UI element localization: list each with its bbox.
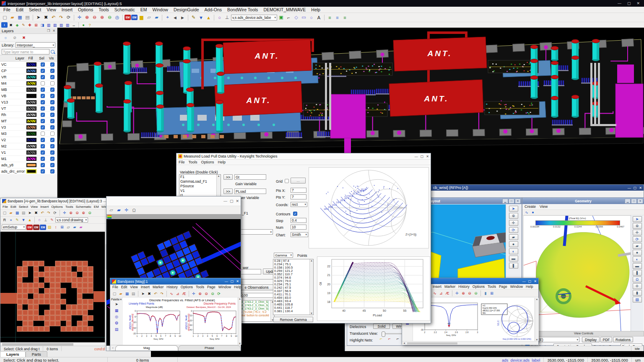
undo-icon[interactable]: ↶ <box>39 210 45 215</box>
layer-view-4-icon[interactable]: ▥ <box>65 23 70 28</box>
layer-sel-checkbox[interactable]: ✓ <box>41 119 45 123</box>
menu-designguide[interactable]: DesignGuide <box>174 7 199 12</box>
layer-sel-checkbox[interactable]: ✓ <box>41 94 45 98</box>
help-key-icon[interactable]: ? <box>87 23 93 28</box>
bpm-menu-view[interactable]: View <box>130 285 138 289</box>
pan-icon[interactable]: ✛ <box>191 291 197 296</box>
em-title-bar[interactable]: — ▢ ✕ <box>106 197 241 206</box>
bpl-menu-schematic[interactable]: Schematic <box>75 205 91 209</box>
zoom-out-icon[interactable]: ⊖ <box>467 291 473 296</box>
close-button[interactable]: ✕ <box>637 199 643 204</box>
layer-row-v13[interactable]: V13✓✓ <box>0 99 57 106</box>
layer-fill-swatch[interactable] <box>26 119 36 123</box>
bpm-menu-marker[interactable]: Marker <box>153 285 164 289</box>
close-palette-icon[interactable]: ✕ <box>120 298 122 301</box>
gamma-point-item[interactable]: 0.381 | 130.4 <box>273 310 313 313</box>
substrate-icon[interactable]: ▱ <box>145 14 153 21</box>
layer-fill-swatch[interactable] <box>26 100 36 104</box>
rotate-icon[interactable]: ⟳ <box>65 14 72 21</box>
layer-row-v3[interactable]: V3✓✓ <box>0 124 57 131</box>
view-tool-icon[interactable]: ➤ <box>633 216 642 222</box>
variable-item-gammaload-f1[interactable]: GammaLoad_F1 <box>179 179 221 184</box>
tab-phase[interactable]: Phase <box>178 345 241 351</box>
dimension-icon[interactable]: ↕ <box>53 225 59 230</box>
layer-row-mb[interactable]: MB✓✓ <box>0 87 57 93</box>
bpl-menu-select[interactable]: Select <box>19 205 28 209</box>
bpm-menu-options[interactable]: Options <box>181 285 193 289</box>
view-tool-icon[interactable]: ▬ <box>633 263 642 269</box>
menu-help[interactable]: Help <box>311 7 320 12</box>
layer-vis-checkbox[interactable]: ✓ <box>50 144 55 148</box>
display-button[interactable]: Display <box>582 337 600 342</box>
import-icon[interactable]: ▼ <box>197 14 205 21</box>
layer-vis-checkbox[interactable]: ✓ <box>50 88 55 92</box>
menu-window[interactable]: Window <box>153 7 168 12</box>
variable-item-psource[interactable]: PSource <box>179 184 221 189</box>
layer-vis-checkbox[interactable] <box>50 132 55 136</box>
close-button[interactable]: ✕ <box>636 1 640 5</box>
layer-fill-swatch[interactable] <box>26 125 36 129</box>
align-left-icon[interactable]: ≡ <box>326 14 333 21</box>
ptsx-field[interactable]: 7 <box>291 188 306 193</box>
line-plot-icon[interactable]: ∿ <box>524 210 530 215</box>
close-button[interactable]: ✕ <box>639 186 642 190</box>
layer-view-1-icon[interactable]: ▥ <box>46 23 52 28</box>
layer-stack-icon[interactable]: ▤ <box>47 225 52 230</box>
layer-sel-checkbox[interactable] <box>41 132 45 136</box>
layer-row-v2[interactable]: V2✓✓ <box>0 137 57 143</box>
minimize-button[interactable]: — <box>618 1 621 5</box>
maximize-button[interactable]: ▢ <box>627 1 631 5</box>
distribute-icon[interactable]: ≡ <box>341 14 348 21</box>
maximize-button[interactable]: ▢ <box>528 279 532 283</box>
wire-cube-icon[interactable]: ▱ <box>108 207 115 214</box>
layer-fill-swatch[interactable] <box>26 75 36 79</box>
resistor-icon[interactable]: R <box>2 217 8 222</box>
layer-fill-swatch[interactable] <box>26 132 36 136</box>
layer-vis-checkbox[interactable]: ✓ <box>50 138 55 142</box>
grid-options-button[interactable]: ... <box>291 178 306 184</box>
cube-b-icon[interactable]: ▰ <box>72 225 78 230</box>
list-plot-icon[interactable]: ▤ <box>114 327 119 332</box>
layer-sel-checkbox[interactable]: ✓ <box>41 69 45 73</box>
circle-icon[interactable]: ○ <box>308 14 315 21</box>
layer-vis-checkbox[interactable] <box>50 81 55 85</box>
layer-row-m2[interactable]: M2✓✓ <box>0 143 57 150</box>
refresh-icon[interactable]: ⟳ <box>216 291 222 296</box>
layer-vis-checkbox[interactable]: ✓ <box>50 100 55 104</box>
zoom-last-icon[interactable]: ⊖ <box>210 291 216 296</box>
bandpass-layout-title-bar[interactable]: Bandpass [AI-gen_lib:Bandpass:layout] [E… <box>0 198 108 204</box>
minimize-button[interactable]: ▁ <box>625 199 631 204</box>
layer-sel-checkbox[interactable]: ✓ <box>41 106 45 111</box>
delete-icon[interactable]: ✖ <box>146 291 152 296</box>
zoom-out-icon[interactable]: ⊖ <box>74 210 80 215</box>
ground-icon[interactable]: ⊥ <box>43 217 49 222</box>
clip-icon[interactable]: ⊿ <box>438 291 444 296</box>
layer-sel-checkbox[interactable]: ✓ <box>41 88 45 92</box>
layer-view-3-icon[interactable]: ▥ <box>58 23 64 28</box>
layer-sel-checkbox[interactable]: ✓ <box>41 138 45 142</box>
minimize-button[interactable]: ▁ <box>502 199 508 204</box>
bpm-menu-page[interactable]: Page <box>207 285 216 289</box>
layer-settings-icon[interactable]: ☼ <box>3 35 8 40</box>
minimize-button[interactable]: — <box>225 279 228 283</box>
layer-remove-icon[interactable]: ✖ <box>21 35 27 40</box>
print-icon[interactable]: ▤ <box>21 210 26 215</box>
new-file-icon[interactable]: ▢ <box>1 14 8 21</box>
rotate-icon[interactable]: ⟳ <box>52 210 58 215</box>
cube-rainbow-icon[interactable]: ▰ <box>78 225 84 230</box>
view-tool-icon[interactable]: ▮ <box>633 290 642 296</box>
bpm-menu-insert[interactable]: Insert <box>141 285 150 289</box>
pin-layout-icon[interactable]: ⊞ <box>59 225 65 230</box>
view-tool-icon[interactable]: ● <box>509 241 518 247</box>
undo-icon[interactable]: ↶ <box>153 291 158 296</box>
menu-file[interactable]: File <box>3 7 10 12</box>
layer-sel-checkbox[interactable] <box>41 81 45 85</box>
view-3d-icon[interactable]: ▰ <box>153 14 160 21</box>
layer-select-combo[interactable]: v,s ads_device:ads_labe <box>231 15 277 21</box>
bpl-menu-edit[interactable]: Edit <box>10 205 16 209</box>
layer-row-m4[interactable]: M4 <box>0 80 57 87</box>
step-field[interactable]: 0.4 <box>291 218 306 223</box>
export-up-icon[interactable]: ▲ <box>27 217 33 222</box>
menu-insert[interactable]: Insert <box>62 7 73 12</box>
layer-sel-checkbox[interactable]: ✓ <box>41 163 45 167</box>
